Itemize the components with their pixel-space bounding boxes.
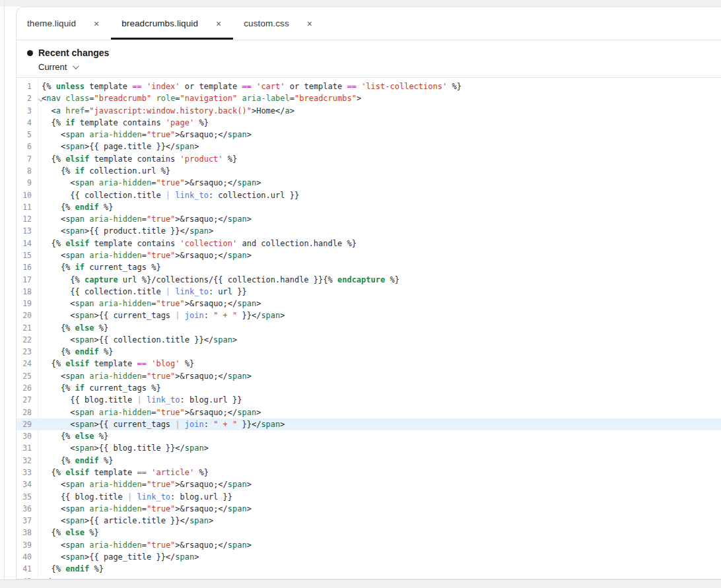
code-line[interactable]: 38 {% else %} (17, 527, 721, 539)
chevron-down-icon (73, 63, 79, 69)
code-line[interactable]: 32 {% endif %} (17, 455, 721, 467)
code-line[interactable]: 33 {% elsif template == 'article' %} (17, 467, 721, 478)
line-number: 29 (17, 418, 38, 430)
line-number: 32 (17, 455, 38, 467)
code-line[interactable]: 34 <span aria-hidden="true">&rsaquo;</sp… (17, 478, 721, 490)
code-line[interactable]: 7 {% elsif template contains 'product' %… (17, 153, 721, 165)
line-number: 4 (17, 117, 38, 129)
code-line[interactable]: 11 {% endif %} (17, 201, 721, 213)
code-line[interactable]: 13 <span>{{ product.title }}</span> (17, 225, 721, 237)
line-number: 11 (17, 201, 38, 213)
code-line[interactable]: 10 {{ collection.title | link_to: collec… (17, 189, 721, 201)
code-line[interactable]: 31 <span>{{ blog.title }}</span> (17, 442, 721, 454)
code-line[interactable]: 23 {% endif %} (17, 346, 721, 358)
code-content: {% if current_tags %} (38, 261, 721, 273)
tab-custom-css[interactable]: custom.css × (233, 7, 324, 40)
code-content: {% capture url %}/collections/{{ collect… (38, 274, 721, 286)
line-number: 8 (17, 165, 38, 177)
code-content: {% endif %} (38, 201, 721, 213)
tab-theme-liquid[interactable]: theme.liquid × (17, 7, 111, 40)
code-content: {% elsif template contains 'product' %} (38, 153, 721, 165)
tab-label: custom.css (244, 18, 289, 28)
recent-changes-title: Recent changes (38, 48, 109, 58)
line-number: 18 (17, 286, 38, 298)
code-line[interactable]: 15 <span aria-hidden="true">&rsaquo;</sp… (17, 249, 721, 261)
tab-breadcrumbs-liquid[interactable]: breadcrumbs.liquid × (111, 7, 233, 40)
code-line[interactable]: 25 <span aria-hidden="true">&rsaquo;</sp… (17, 370, 721, 382)
code-content: {% unless template == 'index' or templat… (38, 81, 721, 92)
code-line[interactable]: 20 <span>{{ current_tags | join: " + " }… (17, 310, 721, 321)
code-line[interactable]: 2<nav class="breadcrumb" role="navigatio… (17, 92, 721, 104)
line-number: 1 (17, 81, 38, 92)
version-dropdown[interactable]: Current (38, 62, 715, 72)
code-content: <span aria-hidden="true">&rsaquo;</span> (38, 177, 721, 189)
code-line[interactable]: 28 <span aria-hidden="true">&rsaquo;</sp… (17, 407, 721, 418)
line-number: 5 (17, 129, 38, 141)
code-content: <span aria-hidden="true">&rsaquo;</span> (38, 539, 721, 551)
line-number: 30 (17, 430, 38, 442)
code-line[interactable]: 21 {% else %} (17, 322, 721, 334)
code-content: <span>{{ article.title }}</span> (38, 515, 721, 527)
close-icon[interactable]: × (307, 19, 312, 28)
code-content: <span aria-hidden="true">&rsaquo;</span> (38, 129, 721, 141)
code-editor-card: theme.liquid × breadcrumbs.liquid × cust… (16, 7, 721, 579)
code-editor[interactable]: 1{% unless template == 'index' or templa… (17, 78, 721, 579)
code-content: <span aria-hidden="true">&rsaquo;</span> (38, 249, 721, 261)
line-number: 17 (17, 274, 38, 286)
code-content: <span>{{ product.title }}</span> (38, 225, 721, 237)
code-content: {% elsif template contains 'collection' … (38, 238, 721, 249)
code-line[interactable]: 18 {{ collection.title | link_to: url }} (17, 286, 721, 298)
code-content: {% endif %} (38, 563, 721, 575)
version-label: Current (38, 62, 67, 72)
code-line[interactable]: 29 <span>{{ current_tags | join: " + " }… (17, 418, 721, 430)
code-line[interactable]: 30 {% else %} (17, 430, 721, 442)
code-content: {% endif %} (38, 455, 721, 467)
code-line[interactable]: 22 <span>{{ collection.title }}</span> (17, 334, 721, 346)
code-line[interactable]: 39 <span aria-hidden="true">&rsaquo;</sp… (17, 539, 721, 551)
close-icon[interactable]: × (216, 19, 221, 28)
code-line[interactable]: 41 {% endif %} (17, 563, 721, 575)
tab-label: theme.liquid (27, 18, 76, 28)
code-content: <span>{{ current_tags | join: " + " }}</… (38, 310, 721, 321)
code-lines: 1{% unless template == 'index' or templa… (17, 78, 721, 579)
line-number: 10 (17, 189, 38, 201)
code-line[interactable]: 37 <span>{{ article.title }}</span> (17, 515, 721, 527)
line-number: 16 (17, 261, 38, 273)
code-line[interactable]: 3 <a href="javascript:window.history.bac… (17, 105, 721, 117)
code-line[interactable]: 12 <span aria-hidden="true">&rsaquo;</sp… (17, 213, 721, 225)
code-content: <a href="javascript:window.history.back(… (38, 105, 721, 117)
line-number: 20 (17, 310, 38, 321)
line-number: 19 (17, 298, 38, 310)
page-top-strip (0, 0, 721, 7)
line-number: 9 (17, 177, 38, 189)
line-number: 23 (17, 346, 38, 358)
code-line[interactable]: 8 {% if collection.url %} (17, 165, 721, 177)
code-content: <span>{{ page.title }}</span> (38, 141, 721, 152)
code-line[interactable]: 17 {% capture url %}/collections/{{ coll… (17, 274, 721, 286)
gutter-separator (38, 78, 38, 579)
code-line[interactable]: 1{% unless template == 'index' or templa… (17, 81, 721, 92)
code-content: {{ blog.title | link_to: blog.url }} (38, 394, 721, 406)
code-line[interactable]: 27 {{ blog.title | link_to: blog.url }} (17, 394, 721, 406)
code-content: {% elsif template == 'blog' %} (38, 358, 721, 370)
code-line[interactable]: 26 {% if current_tags %} (17, 382, 721, 394)
code-line[interactable]: 19 <span aria-hidden="true">&rsaquo;</sp… (17, 298, 721, 310)
tab-bar: theme.liquid × breadcrumbs.liquid × cust… (17, 7, 721, 40)
code-line[interactable]: 16 {% if current_tags %} (17, 261, 721, 273)
line-number: 39 (17, 539, 38, 551)
left-panel-divider (4, 0, 5, 588)
line-number: 35 (17, 491, 38, 503)
code-line[interactable]: 4 {% if template contains 'page' %} (17, 117, 721, 129)
close-icon[interactable]: × (94, 19, 99, 28)
code-content: <span>{{ blog.title }}</span> (38, 442, 721, 454)
code-line[interactable]: 9 <span aria-hidden="true">&rsaquo;</spa… (17, 177, 721, 189)
code-line[interactable]: 36 <span aria-hidden="true">&rsaquo;</sp… (17, 503, 721, 515)
line-number: 22 (17, 334, 38, 346)
code-line[interactable]: 14 {% elsif template contains 'collectio… (17, 238, 721, 249)
code-line[interactable]: 40 <span>{{ page_title }}</span> (17, 551, 721, 563)
code-line[interactable]: 6 <span>{{ page.title }}</span> (17, 141, 721, 152)
code-content: {% if template contains 'page' %} (38, 117, 721, 129)
code-line[interactable]: 5 <span aria-hidden="true">&rsaquo;</spa… (17, 129, 721, 141)
code-line[interactable]: 35 {{ blog.title | link_to: blog.url }} (17, 491, 721, 503)
code-line[interactable]: 24 {% elsif template == 'blog' %} (17, 358, 721, 370)
